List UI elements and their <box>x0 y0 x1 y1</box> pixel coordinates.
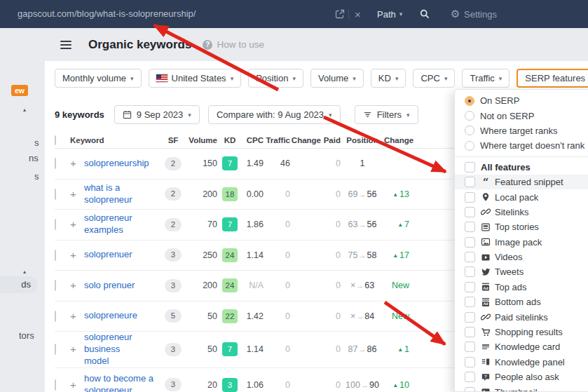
serp-feature-option-top-ads[interactable]: AdTop ads <box>455 280 588 295</box>
radio-icon[interactable] <box>465 126 474 135</box>
serp-radio-option[interactable]: Where target doesn't rank <box>455 138 588 153</box>
radio-icon[interactable] <box>465 141 474 151</box>
filter-kd-dropdown[interactable]: KD▾ <box>371 69 406 88</box>
feature-checkbox[interactable] <box>465 342 475 352</box>
sidebar-item-fragment[interactable]: ns <box>29 153 39 163</box>
column-header-traffic[interactable]: Traffic <box>264 136 290 144</box>
serp-feature-option-tweets[interactable]: Tweets <box>455 264 588 279</box>
all-features-option[interactable]: All features <box>455 160 588 175</box>
sidebar-item-fragment[interactable]: ▴ <box>23 269 26 275</box>
column-header-keyword[interactable]: Keyword <box>70 136 163 144</box>
serp-feature-option-paid-sitelinks[interactable]: Paid sitelinks <box>455 309 588 324</box>
feature-checkbox[interactable] <box>465 192 475 203</box>
feature-checkbox[interactable] <box>465 282 475 292</box>
serp-feature-option-people-also-ask[interactable]: ?People also ask <box>455 370 588 384</box>
keyword-link[interactable]: soloprenuer <box>84 249 132 259</box>
expand-plus-icon[interactable]: + <box>70 310 76 322</box>
column-header-kd[interactable]: KD <box>217 136 242 144</box>
filter-traffic-dropdown[interactable]: Traffic▾ <box>462 69 510 88</box>
sidebar-item-fragment[interactable]: tors <box>19 330 34 341</box>
row-checkbox[interactable] <box>55 189 56 200</box>
sidebar-item-fragment[interactable]: s <box>34 171 39 182</box>
serp-feature-option-knowledge-card[interactable]: Knowledge card <box>455 339 588 354</box>
date-picker-button[interactable]: 9 Sep 2023▾ <box>114 105 200 124</box>
select-all-checkbox[interactable] <box>55 135 56 145</box>
expand-plus-icon[interactable]: + <box>70 218 76 230</box>
sidebar-item-active[interactable]: ds <box>0 276 38 293</box>
path-mode-dropdown[interactable]: Path▾ <box>377 0 402 28</box>
column-header-paid[interactable]: Paid <box>321 136 341 144</box>
row-checkbox[interactable] <box>55 379 56 391</box>
serp-feature-option-featured-snippet[interactable]: “Featured snippet <box>455 175 588 189</box>
filter-cpc-dropdown[interactable]: CPC▾ <box>413 69 455 88</box>
filter-monthly-volume-dropdown[interactable]: Monthly volume▾ <box>55 69 142 88</box>
expand-plus-icon[interactable]: + <box>70 343 76 355</box>
serp-feature-option-sitelinks[interactable]: Sitelinks <box>455 205 588 219</box>
column-header-position[interactable]: Position <box>341 136 384 144</box>
keyword-link[interactable]: solopreneurship <box>84 158 149 168</box>
serp-feature-option-bottom-ads[interactable]: AdBottom ads <box>455 295 588 309</box>
row-checkbox[interactable] <box>55 250 56 261</box>
keyword-link[interactable]: solopreneur examples <box>84 212 132 235</box>
expand-plus-icon[interactable]: + <box>70 157 76 169</box>
serp-feature-option-top-stories[interactable]: Top stories <box>455 219 588 234</box>
all-features-checkbox[interactable] <box>465 162 475 173</box>
keyword-link[interactable]: how to become asolopreneur <box>84 373 153 392</box>
serp-feature-option-knowledge-panel[interactable]: Knowledge panel <box>455 355 588 370</box>
settings-label[interactable]: Settings <box>464 0 497 28</box>
feature-checkbox[interactable] <box>465 177 475 187</box>
serp-radio-option[interactable]: On SERP <box>455 93 588 108</box>
feature-checkbox[interactable] <box>465 357 475 367</box>
sidebar-item-fragment[interactable]: s <box>34 137 39 148</box>
expand-plus-icon[interactable]: + <box>70 249 76 261</box>
filter-serp-features-dropdown[interactable]: SERP features▾ <box>517 69 588 88</box>
feature-checkbox[interactable] <box>465 327 475 337</box>
row-checkbox[interactable] <box>55 158 56 169</box>
serp-feature-option-image-pack[interactable]: Image pack <box>455 235 588 250</box>
expand-plus-icon[interactable]: + <box>70 379 76 391</box>
feature-checkbox[interactable] <box>465 372 475 382</box>
how-to-use-link[interactable]: ? How to use <box>203 39 264 50</box>
serp-feature-option-videos[interactable]: Videos <box>455 250 588 264</box>
expand-plus-icon[interactable]: + <box>70 188 76 200</box>
feature-checkbox[interactable] <box>465 222 475 232</box>
feature-checkbox[interactable] <box>465 387 475 392</box>
row-checkbox[interactable] <box>55 344 56 355</box>
column-header-sf[interactable]: SF <box>163 136 184 144</box>
column-header-volume[interactable]: Volume <box>184 136 217 144</box>
serp-feature-option-thumbnail[interactable]: Thumbnail <box>455 384 588 392</box>
filter-position-dropdown[interactable]: Position▾ <box>248 69 303 88</box>
column-header-position-change[interactable]: Change <box>384 136 409 144</box>
filter-country-dropdown[interactable]: United States▾ <box>149 69 242 88</box>
column-header-cpc[interactable]: CPC <box>242 136 264 144</box>
radio-icon[interactable] <box>465 111 474 121</box>
menu-toggle-button[interactable] <box>60 41 71 49</box>
search-button[interactable] <box>419 0 430 28</box>
serp-feature-option-local-pack[interactable]: Local pack <box>455 189 588 204</box>
serp-feature-option-shopping-results[interactable]: Shopping results <box>455 325 588 339</box>
settings-button[interactable]: ⚙ <box>451 0 460 28</box>
row-checkbox[interactable] <box>55 280 56 291</box>
target-url-input[interactable]: gapscout.com/blog/what-is-solopreneurshi… <box>18 0 196 28</box>
feature-checkbox[interactable] <box>465 297 475 307</box>
serp-radio-option[interactable]: Not on SERP <box>455 108 588 123</box>
filters-button[interactable]: Filters▾ <box>355 105 418 124</box>
open-in-new-tab-button[interactable] <box>335 0 345 28</box>
row-checkbox[interactable] <box>55 219 56 230</box>
sidebar-item-fragment[interactable]: ▴ <box>23 107 26 113</box>
keyword-link[interactable]: solo prenuer <box>84 280 135 290</box>
row-checkbox[interactable] <box>55 311 56 322</box>
feature-checkbox[interactable] <box>465 207 475 217</box>
column-header-change[interactable]: Change <box>290 136 321 144</box>
keyword-link[interactable]: solopreneur businessmodel <box>84 332 132 366</box>
feature-checkbox[interactable] <box>465 237 475 248</box>
serp-radio-option[interactable]: Where target ranks <box>455 123 588 138</box>
clear-url-button[interactable]: × <box>355 0 361 28</box>
feature-checkbox[interactable] <box>465 252 475 262</box>
keyword-link[interactable]: what is a solopreneur <box>84 182 132 205</box>
filter-volume-dropdown[interactable]: Volume▾ <box>310 69 364 88</box>
feature-checkbox[interactable] <box>465 312 475 323</box>
compare-date-button[interactable]: Compare with: 9 Aug 2023▾ <box>208 105 341 124</box>
expand-plus-icon[interactable]: + <box>70 279 76 291</box>
radio-selected-icon[interactable] <box>465 96 474 106</box>
